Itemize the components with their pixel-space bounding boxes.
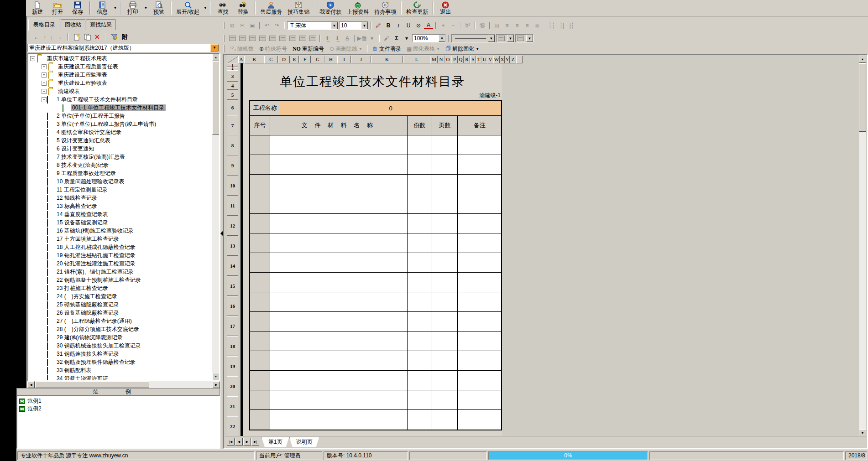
tree-item[interactable]: 32 钢筋及预埋铁件隐蔽检查记录 bbox=[28, 358, 211, 366]
example-item[interactable]: 范例1 bbox=[19, 397, 219, 405]
tree-item-label[interactable]: 001-1 单位工程竣工技术文件材料目录 bbox=[71, 104, 166, 111]
table-cell[interactable] bbox=[458, 410, 501, 430]
paste-icon[interactable]: ▣ bbox=[248, 21, 257, 30]
scroll-right-icon[interactable]: ▶ bbox=[213, 381, 220, 388]
sidebar-tab-2[interactable]: 回收站 bbox=[61, 19, 85, 30]
column-header-J[interactable]: J bbox=[351, 56, 371, 63]
sum-button[interactable]: Σ bbox=[392, 34, 401, 42]
row-header-18[interactable]: 18 bbox=[227, 336, 238, 356]
column-header-O[interactable]: O bbox=[444, 56, 451, 63]
chevron-down-icon[interactable]: ▼ bbox=[488, 35, 495, 42]
delete-table-icon[interactable]: ✕ bbox=[94, 33, 100, 41]
tree-item-label[interactable]: 12 轴线检查记录 bbox=[55, 195, 99, 202]
sheet-tab-2[interactable]: 说明页 bbox=[289, 437, 319, 447]
prev-sheet-button[interactable]: ◀ bbox=[235, 438, 243, 445]
first-sheet-button[interactable]: |◀ bbox=[227, 438, 235, 445]
tree-item-label[interactable]: 22 钢筋混凝土预制桩施工检查记录 bbox=[55, 277, 142, 284]
table-cell[interactable] bbox=[432, 135, 458, 155]
font-size-select[interactable]: 10 ▼ bbox=[339, 21, 368, 30]
tree-item[interactable]: 25 砌筑基础隐蔽检查记录 bbox=[28, 300, 211, 309]
tree-item[interactable]: 33 钢筋配料表 bbox=[28, 366, 211, 374]
tree-item[interactable]: +重庆建设工程质量责任表 bbox=[28, 62, 211, 71]
sheet-tab-1[interactable]: 第1页 bbox=[261, 437, 289, 447]
upload-button[interactable]: 上报资料 bbox=[344, 0, 371, 16]
increase-size-icon[interactable]: + bbox=[439, 21, 448, 30]
tree-item[interactable]: 12 轴线检查记录 bbox=[28, 194, 211, 202]
chevron-down-icon[interactable]: ▾ bbox=[402, 34, 411, 42]
tree-item[interactable]: −1 单位工程竣工技术文件材料目录 bbox=[28, 95, 211, 104]
tree-item[interactable]: 17 土方回填施工检查记录 bbox=[28, 235, 211, 243]
tree-expand-toggle[interactable]: − bbox=[42, 89, 47, 94]
table-cell[interactable] bbox=[250, 390, 270, 410]
tree-item-label[interactable]: 31 钢筋连接接头检查记录 bbox=[55, 351, 120, 357]
column-header-C[interactable]: C bbox=[264, 56, 278, 63]
table-cell[interactable] bbox=[250, 292, 270, 312]
delete-row-icon[interactable] bbox=[248, 34, 257, 42]
column-header-Z[interactable]: Z bbox=[510, 56, 516, 63]
chevron-down-icon[interactable]: ▼ bbox=[202, 0, 208, 16]
column-header-H[interactable]: H bbox=[324, 56, 337, 63]
split-cell-icon[interactable] bbox=[278, 34, 287, 42]
open-folder-button[interactable]: 打开 bbox=[47, 0, 68, 16]
row-header-13[interactable]: 13 bbox=[227, 236, 238, 256]
table-cell[interactable] bbox=[270, 155, 408, 175]
column-header-R[interactable]: R bbox=[464, 56, 470, 63]
tree-item[interactable]: −重庆市建设工程技术用表 bbox=[28, 54, 211, 62]
tree-item[interactable]: 7 技术变更核定(洽商)汇总表 bbox=[28, 153, 211, 161]
strikethrough-icon[interactable]: ⊘ bbox=[414, 21, 423, 30]
border-icon[interactable]: ▤ bbox=[492, 21, 502, 30]
table-header-cell[interactable]: 文 件 材 料 名 称 bbox=[270, 116, 408, 135]
table-cell[interactable] bbox=[432, 253, 458, 273]
table-style-icon[interactable] bbox=[298, 34, 307, 42]
nav-forward-button[interactable]: → bbox=[57, 34, 63, 41]
tree-item[interactable]: 24 ( )夯实施工检查记录 bbox=[28, 292, 211, 300]
table-cell[interactable] bbox=[432, 214, 458, 233]
table-cell[interactable] bbox=[432, 233, 458, 253]
font-select[interactable]: T 宋体 ▼ bbox=[287, 21, 338, 30]
table-cell[interactable] bbox=[270, 135, 408, 155]
table-cell[interactable] bbox=[250, 194, 270, 214]
tree-item-label[interactable]: 23 打桩施工检查记录 bbox=[55, 285, 110, 292]
special-symbol-button[interactable]: ⊕ 特殊符号 bbox=[257, 45, 289, 53]
row-height-icon[interactable]: ⬆̲ bbox=[323, 34, 332, 42]
unfreeze-table-button[interactable]: 🗍 解除固化 ▼ bbox=[443, 45, 481, 53]
table-cell[interactable] bbox=[250, 312, 270, 332]
file-catalog-button[interactable]: 🗎 文件著录 bbox=[370, 45, 403, 53]
renumber-button[interactable]: NO 重新编号 bbox=[290, 45, 326, 53]
select-all-corner[interactable] bbox=[227, 56, 238, 63]
table-cell[interactable] bbox=[432, 351, 458, 371]
table-cell[interactable] bbox=[408, 194, 432, 214]
chevron-down-icon[interactable]: ▼ bbox=[143, 0, 149, 16]
tree-item[interactable]: 15 设备基础复测记录 bbox=[28, 218, 211, 227]
tree-item-label[interactable]: 13 标高检查记录 bbox=[55, 203, 99, 210]
tree-item[interactable]: 4 图纸会审和设计交底记录 bbox=[28, 128, 211, 136]
table-header-cell[interactable]: 序号 bbox=[250, 116, 270, 135]
row-header-10[interactable]: 10 bbox=[227, 176, 238, 196]
redo-icon[interactable]: ↷ bbox=[272, 21, 282, 30]
tree-item-label[interactable]: 20 钻孔灌注桩灌注施工检查记录 bbox=[55, 260, 137, 267]
table-cell[interactable] bbox=[432, 155, 458, 175]
table-cell[interactable] bbox=[432, 273, 458, 292]
undo-icon[interactable]: ↶ bbox=[262, 21, 272, 30]
tree-item[interactable]: 9 工程质量事故处理记录 bbox=[28, 169, 211, 177]
tree-item[interactable]: 34 混凝土浇灌许可证 bbox=[28, 374, 211, 380]
tree-item-label[interactable]: 10 质量问题处理验收记录表 bbox=[55, 178, 126, 185]
table-cell[interactable] bbox=[250, 135, 270, 155]
table-cell[interactable] bbox=[408, 214, 432, 233]
column-header-D[interactable]: D bbox=[278, 56, 290, 63]
table-cell[interactable] bbox=[250, 175, 270, 194]
table-cell[interactable] bbox=[432, 390, 458, 410]
column-header-V[interactable]: V bbox=[487, 56, 493, 63]
nav-up-button[interactable]: ↑ bbox=[43, 34, 47, 41]
vertical-text-left-icon[interactable]: ┆| bbox=[557, 21, 566, 30]
tree-item-label[interactable]: 18 人工挖孔桩成孔隐蔽检查记录 bbox=[55, 244, 137, 251]
table-cell[interactable] bbox=[250, 410, 270, 430]
table-cell[interactable] bbox=[270, 194, 408, 214]
toolbar-grip[interactable] bbox=[224, 45, 225, 52]
tree-item-label[interactable]: 16 基础坑(槽)施工检查验收记录 bbox=[55, 228, 135, 234]
insert-row-above-icon[interactable] bbox=[228, 34, 237, 42]
column-header-W[interactable]: W bbox=[493, 56, 500, 63]
scroll-down-icon[interactable]: ▼ bbox=[212, 373, 220, 380]
tree-item-label[interactable]: 17 土方回填施工检查记录 bbox=[55, 236, 120, 243]
tree-item[interactable]: 14 垂直度检查记录表 bbox=[28, 210, 211, 218]
